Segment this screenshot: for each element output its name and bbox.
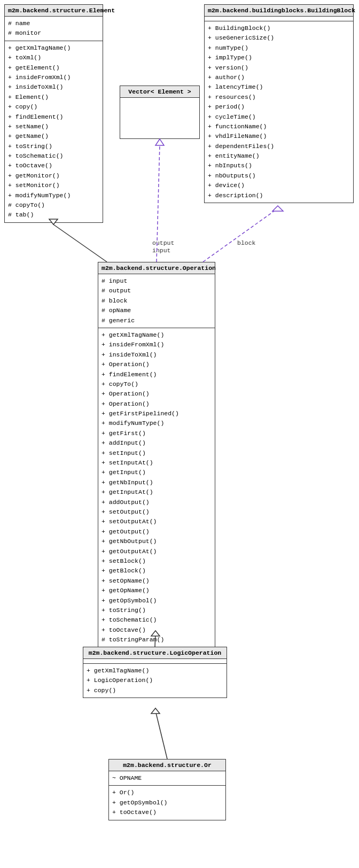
diagram-container: m2m.backend.structure.Element # name # m…: [0, 0, 359, 868]
vector-title: Vector< Element >: [120, 86, 199, 98]
buildingblock-section1: [205, 17, 353, 21]
element-section1: # name # monitor: [5, 17, 103, 41]
operation-section2: + getXmlTagName() + insideFromXml() + in…: [98, 328, 215, 647]
or-box: m2m.backend.structure.Or ~ OPNAME + Or()…: [108, 759, 226, 820]
block-label: block: [237, 239, 256, 246]
svg-marker-5: [272, 206, 283, 211]
element-field-monitor: # monitor: [8, 28, 99, 38]
or-title: m2m.backend.structure.Or: [109, 759, 225, 771]
element-field-name: # name: [8, 19, 99, 28]
element-box: m2m.backend.structure.Element # name # m…: [4, 4, 103, 223]
vector-section: [120, 98, 199, 138]
svg-line-0: [53, 224, 107, 262]
operation-title: m2m.backend.structure.Operation: [98, 262, 215, 274]
or-section2: + Or() + getOpSymbol() + toOctave(): [109, 786, 225, 819]
operation-section1: # input # output # block # opName # gene…: [98, 274, 215, 328]
svg-marker-9: [151, 708, 160, 714]
output-label: output: [152, 239, 174, 246]
logicoperation-section1: [83, 659, 227, 664]
operation-box: m2m.backend.structure.Operation # input …: [98, 262, 215, 647]
svg-marker-3: [155, 139, 164, 145]
element-section2: + getXmlTagName() + toXml() + getElement…: [5, 41, 103, 222]
vector-box: Vector< Element >: [120, 86, 200, 139]
svg-line-4: [203, 208, 278, 262]
buildingblock-section2: + BuildingBlock() + useGenericSize() + n…: [205, 21, 353, 203]
buildingblock-title: m2m.backend.buildingblocks.BuildingBlock: [205, 5, 353, 17]
logicoperation-box: m2m.backend.structure.LogicOperation + g…: [83, 647, 227, 698]
or-section1: ~ OPNAME: [109, 771, 225, 786]
logicoperation-title: m2m.backend.structure.LogicOperation: [83, 647, 227, 659]
input-label: input: [152, 247, 171, 254]
svg-line-8: [155, 711, 167, 759]
element-title: m2m.backend.structure.Element: [5, 5, 103, 17]
logicoperation-section2: + getXmlTagName() + LogicOperation() + c…: [83, 664, 227, 698]
buildingblock-box: m2m.backend.buildingblocks.BuildingBlock…: [204, 4, 354, 203]
